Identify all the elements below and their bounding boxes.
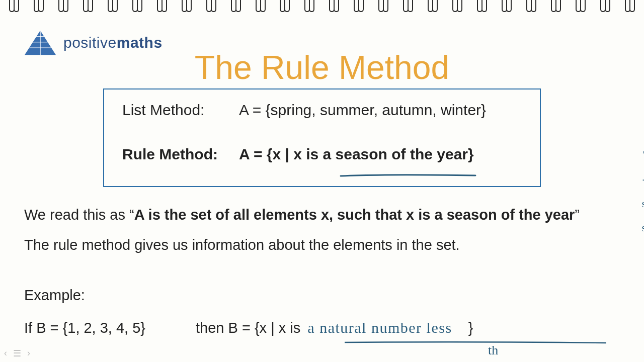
- example-if: If B = {1, 2, 3, 4, 5}: [24, 318, 145, 338]
- example-heading: Example:: [24, 286, 85, 305]
- example-then-prefix: then B = {x | x is: [196, 320, 304, 336]
- prev-slide-icon[interactable]: ‹: [4, 348, 7, 359]
- reading-sentence: We read this as “A is the set of all ele…: [24, 205, 580, 225]
- page-title: The Rule Method: [0, 48, 644, 86]
- explanation-line: The rule method gives us information abo…: [24, 235, 460, 255]
- handwritten-answer: a natural number less: [304, 318, 455, 339]
- hand-underline-icon: [340, 164, 476, 168]
- offscreen-scribble: \-ss: [636, 143, 644, 233]
- rule-method-value: A = {x | x is a season of the year}: [239, 146, 474, 163]
- next-slide-icon[interactable]: ›: [27, 348, 30, 359]
- list-method-value: A = {spring, summer, autumn, winter}: [239, 102, 486, 119]
- blank-line-icon: [345, 337, 606, 340]
- example-line: If B = {1, 2, 3, 4, 5} then B = {x | x i…: [24, 318, 473, 339]
- definition-box: List Method: A = {spring, summer, autumn…: [103, 88, 541, 187]
- menu-icon[interactable]: ☰: [13, 348, 21, 359]
- list-method-label: List Method:: [122, 102, 239, 119]
- slide-controls: ‹ ☰ ›: [4, 348, 30, 359]
- handwritten-answer-cont: th: [488, 343, 498, 358]
- closing-brace: }: [468, 320, 473, 336]
- notebook-binding: [0, 0, 644, 17]
- rule-method-label: Rule Method:: [122, 146, 239, 163]
